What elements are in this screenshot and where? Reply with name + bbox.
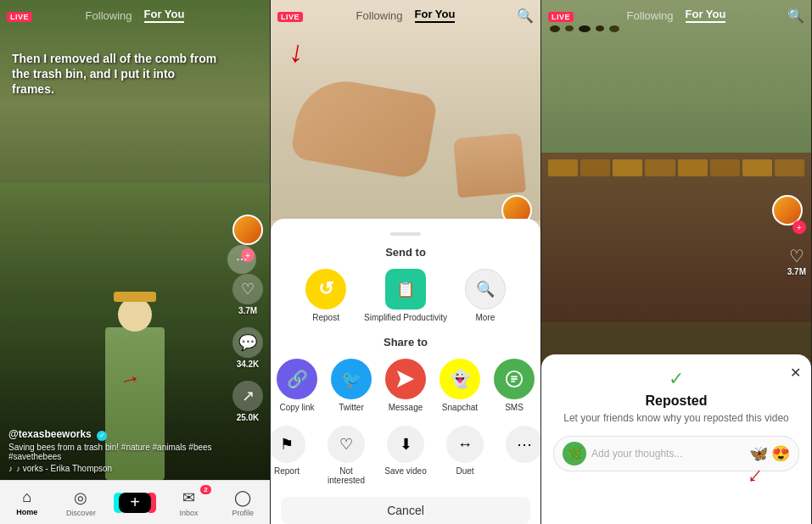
music-1: ♪ ♪ vorks - Erika Thompson xyxy=(8,464,227,473)
comment-action-1[interactable]: 💬 34.2K xyxy=(232,327,263,369)
not-interested-icon: ♡ xyxy=(328,426,365,463)
nav-home-1[interactable]: ⌂ Home xyxy=(10,488,44,516)
hand-figure xyxy=(453,133,526,198)
cancel-button[interactable]: Cancel xyxy=(281,497,530,524)
avatar-1[interactable] xyxy=(232,215,263,245)
nav-inbox-1[interactable]: ✉ 2 Inbox xyxy=(172,488,206,517)
caption-1: Then I removed all of the comb from the … xyxy=(12,51,219,98)
inbox-label-1: Inbox xyxy=(180,509,199,517)
live-badge-3: LIVE xyxy=(548,12,574,22)
more-send-icon: 🔍 xyxy=(465,269,506,309)
duet-action[interactable]: ↔ Duet xyxy=(444,426,486,485)
repost-subtitle: Let your friends know why you reposted t… xyxy=(553,412,799,426)
repost-label: Repost xyxy=(312,313,339,322)
live-badge-2: LIVE xyxy=(277,12,303,22)
snapchat-action[interactable]: 👻 Snapchat xyxy=(439,359,481,412)
svg-marker-0 xyxy=(397,371,414,387)
sms-action[interactable]: SMS xyxy=(493,359,535,412)
emoji-1[interactable]: 🦋 xyxy=(749,444,768,463)
message-action[interactable]: Message xyxy=(384,359,427,412)
thought-avatar: 🌿 xyxy=(563,442,586,465)
panel-2-share: LIVE Following For You 🔍 ↓ Send to ↺ Rep… xyxy=(271,0,541,524)
message-icon xyxy=(385,359,426,399)
more-send-label: More xyxy=(476,313,496,322)
simplified-action[interactable]: 📋 Simplified Productivity xyxy=(364,269,447,322)
search-icon-2[interactable]: 🔍 xyxy=(517,8,534,23)
heart-icon-1: ♡ xyxy=(232,274,263,304)
repost-check-icon: ✓ xyxy=(553,368,799,390)
right-actions-1: + ♡ 3.7M 💬 34.2K ↗ 25.0K ··· xyxy=(232,215,263,422)
follow-plus-3[interactable]: + xyxy=(792,220,806,234)
bee-bottom-section xyxy=(541,153,811,322)
comment-icon-1: 💬 xyxy=(232,327,263,358)
top-bar-3: LIVE Following For You 🔍 xyxy=(541,0,811,31)
top-bar-tabs-2: Following For You xyxy=(356,8,456,23)
home-icon-1: ⌂ xyxy=(22,488,31,506)
send-to-title: Send to xyxy=(281,246,530,259)
more-more-icon: ⋯ xyxy=(506,426,541,463)
top-bar-tabs-3: Following For You xyxy=(627,8,726,23)
bottom-nav-1: ⌂ Home ◎ Discover + ✉ 2 Inbox ◯ Profile xyxy=(0,480,270,524)
tab-foryou-1[interactable]: For You xyxy=(144,8,185,23)
share-sheet: Send to ↺ Repost 📋 Simplified Productivi… xyxy=(271,219,540,524)
username-1: @texasbeeworks ✓ xyxy=(8,426,227,441)
copylink-action[interactable]: 🔗 Copy link xyxy=(276,359,318,412)
tab-foryou-2[interactable]: For You xyxy=(415,8,456,23)
search-icon-3[interactable]: 🔍 xyxy=(787,8,804,23)
profile-label-1: Profile xyxy=(232,509,254,517)
tab-foryou-3[interactable]: For You xyxy=(686,8,726,23)
save-video-icon: ⬇ xyxy=(387,426,424,463)
snapchat-label: Snapchat xyxy=(442,403,478,412)
save-video-action[interactable]: ⬇ Save video xyxy=(384,426,427,485)
share-handle xyxy=(390,232,421,236)
heart-icon-3[interactable]: ♡ xyxy=(789,246,804,266)
report-action[interactable]: ⚑ Report xyxy=(271,426,308,485)
twitter-label: Twitter xyxy=(339,403,363,412)
report-icon: ⚑ xyxy=(271,426,305,463)
send-to-row: ↺ Repost 📋 Simplified Productivity 🔍 Mor… xyxy=(281,269,530,322)
panel-3-repost: LIVE Following For You 🔍 + ♡ 3.7M ✕ ✓ Re… xyxy=(541,0,812,524)
share-to-title: Share to xyxy=(281,336,530,348)
sms-icon xyxy=(494,359,535,399)
twitter-icon: 🐦 xyxy=(331,359,372,399)
home-label-1: Home xyxy=(16,508,37,516)
thought-placeholder[interactable]: Add your thoughts... xyxy=(591,448,744,460)
duet-icon: ↔ xyxy=(446,426,484,463)
live-badge-1: LIVE xyxy=(7,12,32,22)
music-note-1: ♪ xyxy=(8,464,13,473)
twitter-action[interactable]: 🐦 Twitter xyxy=(330,359,372,412)
bottom-info-1: @texasbeeworks ✓ Saving bees from a tras… xyxy=(8,426,227,473)
share-icon-1: ↗ xyxy=(232,381,263,411)
comment-count-1: 34.2K xyxy=(237,360,260,369)
repost-action[interactable]: ↺ Repost xyxy=(305,269,347,322)
like-count-1: 3.7M xyxy=(238,306,257,315)
inbox-badge-1: 2 xyxy=(200,485,210,494)
like-action-1[interactable]: ♡ 3.7M xyxy=(232,274,263,315)
add-button-1[interactable]: + xyxy=(119,493,151,513)
emoji-2[interactable]: 😍 xyxy=(771,444,790,463)
description-1: Saving bees from a trash bin! #nature #a… xyxy=(8,443,227,461)
close-button[interactable]: ✕ xyxy=(790,365,801,381)
dots-menu-1[interactable]: ··· xyxy=(227,245,256,274)
copylink-label: Copy link xyxy=(279,403,314,412)
share-action-1[interactable]: ↗ 25.0K xyxy=(232,381,263,422)
tab-following-3[interactable]: Following xyxy=(627,9,674,22)
nav-discover-1[interactable]: ◎ Discover xyxy=(64,488,98,517)
nav-profile-1[interactable]: ◯ Profile xyxy=(226,488,260,517)
profile-icon-1: ◯ xyxy=(234,488,251,507)
verified-icon-1: ✓ xyxy=(97,431,107,441)
panel-1-beekeeper: LIVE Following For You Then I removed al… xyxy=(0,0,271,524)
top-bar-1: LIVE Following For You xyxy=(0,0,270,31)
share-icons-row: 🔗 Copy link 🐦 Twitter Message 👻 Snapchat xyxy=(281,359,530,412)
more-more-action[interactable]: ⋯ xyxy=(503,426,541,485)
like-count-3: 3.7M xyxy=(787,267,806,276)
more-send-action[interactable]: 🔍 More xyxy=(464,269,507,322)
sms-label: SMS xyxy=(505,403,524,412)
inbox-icon-1: ✉ xyxy=(182,488,195,507)
tab-following-2[interactable]: Following xyxy=(356,9,403,22)
repost-icon: ↺ xyxy=(305,269,346,309)
nav-add-1[interactable]: + xyxy=(118,493,152,513)
not-interested-action[interactable]: ♡ Not interested xyxy=(325,426,367,485)
repost-confirm-sheet: ✕ ✓ Reposted Let your friends know why y… xyxy=(541,354,811,524)
tab-following-1[interactable]: Following xyxy=(86,9,132,22)
